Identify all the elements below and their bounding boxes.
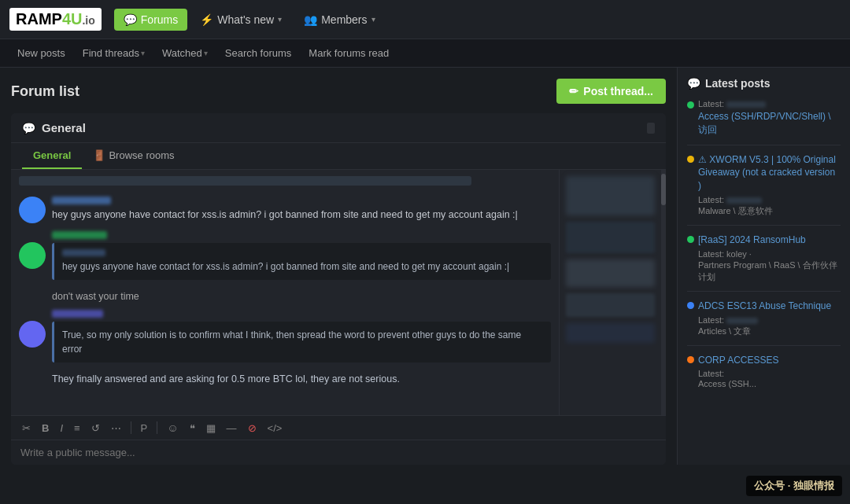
post-category: Partners Program \ RaaS \ 合作伙伴计划: [698, 259, 841, 283]
post-thread-button[interactable]: ✏ Post thread...: [556, 79, 666, 104]
bubble-text: hey guys anyone have contact for xss.is …: [62, 259, 543, 274]
post-dot-green: [687, 101, 694, 109]
list-item: They finally answered and are asking for…: [19, 373, 551, 384]
post-category: Access (SSH...: [698, 379, 778, 388]
forum-card-header: 💬 General: [11, 113, 666, 143]
dont-waste-text: don't wast your time: [52, 291, 551, 302]
avatar: [19, 242, 46, 269]
message-text: hey guys anyone have contact for xss.is …: [52, 208, 551, 223]
subnav-searchforums[interactable]: Search forums: [217, 44, 300, 62]
toolbar-code-icon[interactable]: </>: [264, 421, 286, 436]
forums-icon: 💬: [124, 13, 137, 26]
toolbar-align-icon[interactable]: ≡: [71, 421, 83, 436]
toolbar-paragraph-icon[interactable]: P: [138, 421, 151, 436]
post-item: ⚠ XWORM V5.3 | 100% Original Giveaway (n…: [687, 153, 841, 226]
latest-label: Latest:: [698, 99, 841, 109]
forum-title: Forum list: [11, 83, 79, 100]
messages-left: hey guys anyone have contact for xss.is …: [11, 170, 559, 415]
post-dot-orange: [687, 356, 694, 363]
toolbar-scissors-icon[interactable]: ✂: [19, 421, 34, 436]
message-bubble: True, so my only solution is to confirm …: [52, 322, 551, 362]
forum-card-title: General: [42, 121, 86, 134]
logo[interactable]: RAMP4U.io: [9, 8, 102, 31]
post-dot-blue: [687, 302, 694, 309]
tab-browse-rooms[interactable]: 🚪 Browse rooms: [82, 143, 185, 169]
post-category: Malware \ 恶意软件: [698, 205, 841, 217]
toolbar-emoji-icon[interactable]: ☺: [164, 420, 181, 436]
toolbar-italic-icon[interactable]: I: [57, 421, 66, 436]
nav-members[interactable]: 👥 Members ▾: [294, 9, 384, 31]
nav-forums[interactable]: 💬 Forums: [114, 9, 187, 31]
latest-posts-icon: 💬: [687, 77, 700, 90]
toolbar-table-icon[interactable]: ▦: [203, 421, 219, 436]
sub-nav: New posts Find threads ▾ Watched ▾ Searc…: [0, 39, 850, 68]
forum-area: Forum list ✏ Post thread... 💬 General Ge…: [0, 68, 677, 465]
post-title-link[interactable]: ⚠ XWORM V5.3 | 100% Original Giveaway (n…: [698, 153, 841, 193]
toolbar-quote-icon[interactable]: ❝: [187, 421, 198, 436]
message-content: hey guys anyone have contact for xss.is …: [52, 231, 551, 283]
subnav-findthreads[interactable]: Find threads ▾: [75, 44, 153, 62]
nav-whatsnew[interactable]: ⚡ What's new ▾: [190, 9, 291, 31]
toolbar-undo-icon[interactable]: ↺: [88, 421, 103, 436]
sidebar-latest-header: 💬 Latest posts: [687, 77, 841, 90]
toolbar-noparse-icon[interactable]: ⊘: [245, 421, 260, 436]
subnav-markread[interactable]: Mark forums read: [301, 44, 397, 62]
tab-general[interactable]: General: [22, 143, 82, 169]
latest-label: Latest:: [698, 195, 841, 204]
post-title-link[interactable]: CORP ACCESSES: [698, 354, 778, 367]
toolbar-sep: [131, 421, 131, 434]
latest-label: Latest:: [698, 369, 778, 378]
post-item: Latest: Access (SSH/RDP/VNC/Shell) \ 访回: [687, 99, 841, 145]
bubble-text: True, so my only solution is to confirm …: [62, 328, 543, 356]
chat-input[interactable]: [20, 447, 656, 458]
avatar: [19, 197, 46, 223]
avatar: [19, 321, 46, 348]
post-item: ADCS ESC13 Abuse Technique Latest: Artic…: [687, 300, 841, 346]
messages-container: hey guys anyone have contact for xss.is …: [11, 170, 666, 415]
subnav-newposts[interactable]: New posts: [9, 44, 73, 62]
scrollbar-thumb[interactable]: [661, 174, 666, 205]
forum-tabs: General 🚪 Browse rooms: [11, 143, 666, 170]
toolbar-more-icon[interactable]: ⋯: [108, 421, 124, 436]
findthreads-arrow: ▾: [141, 49, 145, 57]
post-title-link[interactable]: [RaaS] 2024 RansomHub: [698, 234, 841, 247]
post-item: [RaaS] 2024 RansomHub Latest: koley · Pa…: [687, 234, 841, 292]
scrollbar-track[interactable]: [661, 170, 666, 415]
subnav-watched[interactable]: Watched ▾: [154, 44, 216, 62]
post-title-link[interactable]: ADCS ESC13 Abuse Technique: [698, 300, 831, 313]
post-category: Articles \ 文章: [698, 326, 831, 337]
watched-arrow: ▾: [204, 49, 208, 57]
list-item: True, so my only solution is to confirm …: [19, 310, 551, 366]
toolbar-hr-icon[interactable]: —: [224, 421, 240, 436]
whatsnew-arrow: ▾: [278, 15, 282, 24]
whatsnew-icon: ⚡: [200, 13, 213, 26]
message-bubble: hey guys anyone have contact for xss.is …: [52, 243, 551, 280]
right-sidebar: 💬 Latest posts Latest: Access (SSH/RDP/V…: [677, 68, 850, 465]
post-dot-green2: [687, 236, 694, 243]
latest-user: Latest: koley ·: [698, 249, 841, 259]
blurred-images-panel: [559, 170, 661, 415]
message-content: hey guys anyone have contact for xss.is …: [52, 197, 551, 223]
chat-input-area: [11, 440, 666, 465]
post-thread-icon: ✏: [569, 85, 578, 97]
toolbar-sep2: [157, 421, 157, 434]
top-nav: RAMP4U.io 💬 Forums ⚡ What's new ▾ 👥 Memb…: [0, 0, 850, 39]
forum-card: 💬 General General 🚪 Browse rooms: [11, 113, 666, 465]
watermark: 公众号 · 独眼情报: [746, 476, 842, 496]
forum-header: Forum list ✏ Post thread...: [11, 79, 666, 104]
post-title-link[interactable]: Access (SSH/RDP/VNC/Shell) \ 访回: [698, 110, 841, 137]
message-content: True, so my only solution is to confirm …: [52, 310, 551, 366]
latest-label: Latest:: [698, 315, 831, 325]
members-arrow: ▾: [371, 15, 375, 24]
list-item: hey guys anyone have contact for xss.is …: [19, 231, 551, 283]
members-icon: 👥: [304, 13, 317, 26]
general-icon: 💬: [22, 122, 35, 134]
list-item: hey guys anyone have contact for xss.is …: [19, 197, 551, 223]
post-item: CORP ACCESSES Latest: Access (SSH...: [687, 354, 841, 394]
content-area: Forum list ✏ Post thread... 💬 General Ge…: [0, 68, 850, 465]
chat-toolbar: ✂ B I ≡ ↺ ⋯ P ☺ ❝ ▦ — ⊘ </>: [11, 415, 666, 440]
browse-rooms-icon: 🚪: [93, 149, 105, 161]
blurred-message-top: [19, 176, 551, 189]
toolbar-bold-icon[interactable]: B: [39, 421, 52, 436]
post-dot-yellow: [687, 156, 694, 163]
